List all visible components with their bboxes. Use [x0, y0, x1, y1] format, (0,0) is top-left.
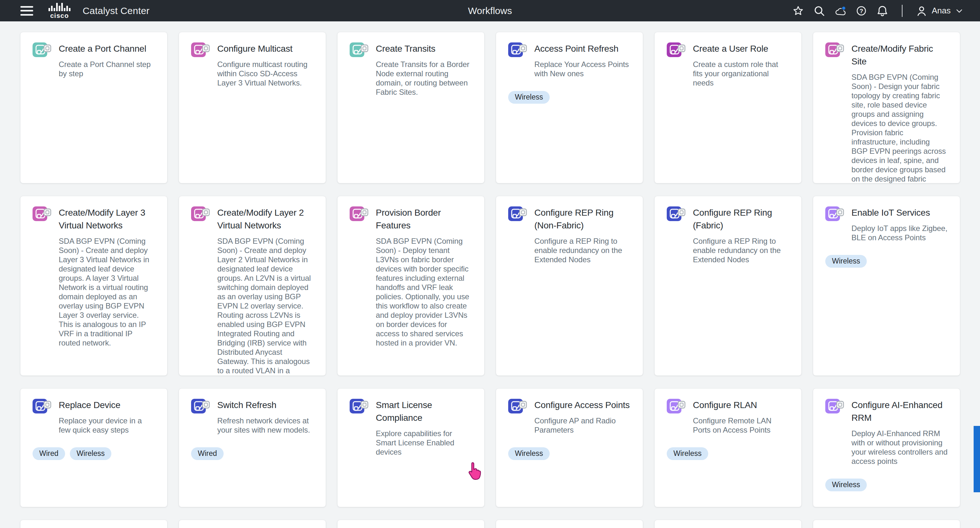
- badge-row: Wireless: [825, 255, 948, 268]
- card-description: Configure multicast routing within Cisco…: [217, 60, 313, 87]
- workflow-icon: [508, 207, 523, 221]
- app-title: Catalyst Center: [83, 5, 150, 16]
- card-description: Configure AP and Radio Parameters: [535, 416, 631, 434]
- workflow-card[interactable]: Create/Modify Fabric Site SDA BGP EVPN (…: [813, 32, 960, 183]
- badge-wireless: Wireless: [825, 255, 867, 268]
- card-title: Replace Device: [59, 399, 155, 412]
- card-description: Configure Remote LAN Ports on Access Poi…: [693, 416, 789, 434]
- feedback-edge-tab[interactable]: [974, 426, 980, 492]
- workflow-card[interactable]: Access Point Refresh Replace Your Access…: [496, 32, 643, 183]
- workflow-card[interactable]: Create Transits Create Transits for a Bo…: [337, 32, 484, 183]
- card-description: Create Transits for a Border Node extern…: [376, 60, 472, 97]
- workflow-icon: [33, 207, 47, 221]
- hamburger-menu-icon[interactable]: [21, 6, 33, 16]
- card-description: SDA BGP EVPN (Coming Soon) - Design your…: [851, 72, 948, 183]
- card-title: Configure AI-Enhanced RRM: [851, 399, 948, 424]
- svg-text:?: ?: [859, 7, 863, 14]
- badge-row: Wired: [191, 447, 313, 460]
- card-description: SDA BGP EVPN (Coming Soon) - Create and …: [217, 236, 313, 375]
- card-description: Replace your device in a few quick easy …: [59, 416, 155, 434]
- card-title: Create a Port Channel: [59, 43, 155, 55]
- card-title: Create a User Role: [693, 43, 789, 55]
- workflow-card[interactable]: Enable IoT Services Deploy IoT apps like…: [813, 196, 960, 375]
- workflow-card-partial[interactable]: [21, 520, 167, 528]
- workflow-card[interactable]: Create/Modify Layer 2 Virtual Networks S…: [179, 196, 326, 375]
- workflow-card[interactable]: Configure AI-Enhanced RRM Deploy AI-Enha…: [813, 389, 960, 507]
- workflow-icon: [667, 399, 681, 413]
- cloud-status-dot: [842, 6, 845, 10]
- card-title: Create/Modify Layer 2 Virtual Networks: [217, 207, 313, 232]
- cisco-logo: cisco: [48, 3, 70, 19]
- workflow-card[interactable]: Switch Refresh Refresh network devices a…: [179, 389, 326, 507]
- badge-wireless: Wireless: [667, 447, 708, 460]
- badge-row: Wireless: [508, 91, 631, 104]
- user-name: Anas: [932, 6, 951, 16]
- card-title: Configure REP Ring (Fabric): [693, 207, 789, 232]
- workflow-icon: [350, 207, 364, 221]
- card-description: SDA BGP EVPN (Coming Soon) - Create and …: [59, 236, 155, 347]
- badge-row: Wireless: [667, 447, 789, 460]
- workflow-card[interactable]: Create a User Role Create a custom role …: [655, 32, 801, 183]
- badge-row: Wireless: [508, 447, 631, 460]
- user-menu[interactable]: Anas: [916, 5, 963, 17]
- workflow-card[interactable]: Create/Modify Layer 3 Virtual Networks S…: [21, 196, 167, 375]
- card-description: Deploy AI-Enhanced RRM with or without p…: [851, 429, 948, 466]
- badge-wireless: Wireless: [508, 447, 550, 460]
- workflow-icon: [191, 43, 206, 57]
- workflow-card-partial[interactable]: [813, 520, 960, 528]
- badge-wireless: Wireless: [70, 447, 111, 460]
- workflow-icon: [350, 43, 364, 57]
- badge-row: WiredWireless: [33, 447, 155, 460]
- user-icon: [916, 5, 928, 17]
- card-description: Explore capabilities for Smart License E…: [376, 429, 472, 456]
- card-title: Create Transits: [376, 43, 472, 55]
- card-description: Replace Your Access Points with New ones: [535, 60, 631, 78]
- workflow-icon: [350, 399, 364, 413]
- workflow-card-grid: Create a Port Channel Create a Port Chan…: [21, 32, 960, 528]
- header-divider: [902, 5, 902, 17]
- workflow-card[interactable]: Replace Device Replace your device in a …: [21, 389, 167, 507]
- workflow-card-partial[interactable]: [179, 520, 326, 528]
- card-description: Configure a REP Ring to enable redundanc…: [535, 236, 631, 264]
- card-title: Configure REP Ring (Non-Fabric): [535, 207, 631, 232]
- notifications-icon[interactable]: [876, 5, 888, 17]
- card-title: Smart License Compliance: [376, 399, 472, 424]
- workflow-card[interactable]: Configure REP Ring (Fabric) Configure a …: [655, 196, 801, 375]
- card-title: Configure Multicast: [217, 43, 313, 55]
- workflow-card-partial[interactable]: [496, 520, 643, 528]
- card-title: Access Point Refresh: [535, 43, 631, 55]
- badge-wired: Wired: [191, 447, 224, 460]
- card-description: Create a Port Channel step by step: [59, 60, 155, 78]
- card-description: Create a custom role that fits your orga…: [693, 60, 789, 87]
- workflow-card[interactable]: Configure RLAN Configure Remote LAN Port…: [655, 389, 801, 507]
- badge-row: Wireless: [825, 479, 948, 491]
- workflow-icon: [667, 43, 681, 57]
- workflow-card[interactable]: Provision Border Features SDA BGP EVPN (…: [337, 196, 484, 375]
- workflow-card[interactable]: Smart License Compliance Explore capabil…: [337, 389, 484, 507]
- help-icon[interactable]: ?: [855, 5, 867, 17]
- workflow-card[interactable]: Configure REP Ring (Non-Fabric) Configur…: [496, 196, 643, 375]
- search-icon[interactable]: [813, 5, 825, 17]
- card-title: Provision Border Features: [376, 207, 472, 232]
- cisco-wordmark: cisco: [50, 12, 69, 19]
- workflow-icon: [508, 43, 523, 57]
- badge-wired: Wired: [33, 447, 65, 460]
- workflow-icon: [33, 399, 47, 413]
- card-title: Configure RLAN: [693, 399, 789, 412]
- card-title: Create/Modify Fabric Site: [851, 43, 948, 68]
- workflow-icon: [825, 43, 840, 57]
- card-description: Refresh network devices at your sites wi…: [217, 416, 313, 434]
- cloud-icon[interactable]: [834, 5, 846, 17]
- app-header: cisco Catalyst Center Workflows ?: [0, 0, 980, 21]
- chevron-down-icon: [955, 7, 963, 15]
- workflow-icon: [825, 207, 840, 221]
- card-description: Deploy IoT apps like Zigbee, BLE on Acce…: [851, 224, 948, 242]
- badge-wireless: Wireless: [825, 479, 867, 491]
- star-icon[interactable]: [792, 5, 804, 17]
- workflow-card[interactable]: Configure Multicast Configure multicast …: [179, 32, 326, 183]
- badge-wireless: Wireless: [508, 91, 550, 104]
- workflow-card[interactable]: Create a Port Channel Create a Port Chan…: [21, 32, 167, 183]
- workflow-card-partial[interactable]: [655, 520, 801, 528]
- workflow-card-partial[interactable]: [337, 520, 484, 528]
- workflow-card[interactable]: Configure Access Points Configure AP and…: [496, 389, 643, 507]
